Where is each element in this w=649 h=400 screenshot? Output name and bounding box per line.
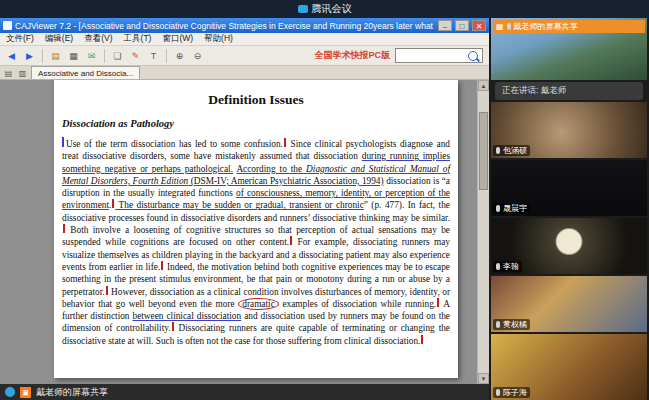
text-segment: .	[109, 200, 111, 210]
video-tile-presenter[interactable]: ▦ 戴老师的屏幕共享	[491, 18, 647, 80]
text-segment: examples of dissociation while running.	[279, 299, 436, 309]
share-status-label: 戴老师的屏幕共享	[36, 386, 108, 399]
mic-icon	[496, 321, 500, 328]
mic-icon	[496, 389, 500, 396]
participant-name: 李翰	[503, 261, 519, 272]
zoom-in-icon[interactable]: ⊕	[172, 49, 187, 63]
doc-section-title: Definition Issues	[62, 92, 450, 108]
underlined-text: According to the	[236, 164, 306, 174]
annotation-red-mark	[284, 138, 286, 147]
minimize-button[interactable]: –	[438, 20, 452, 31]
participant-name-badge: 李翰	[493, 261, 522, 272]
participant-name: 晟晨宇	[503, 203, 527, 214]
document-tabstrip: ▤ ▥ Associative and Dissocia...	[0, 66, 489, 80]
annotation-red-mark	[63, 224, 65, 233]
meeting-topbar: 腾讯会议	[0, 0, 649, 18]
video-tile[interactable]: 晟晨宇	[491, 160, 647, 216]
toolbar-separator	[42, 49, 43, 63]
participant-name: 陈子海	[503, 387, 527, 398]
mic-icon	[496, 263, 500, 270]
toolbar-search-input[interactable]	[396, 50, 468, 61]
mic-icon	[496, 205, 500, 212]
menu-window[interactable]: 窗口(W)	[162, 33, 193, 45]
document-viewport[interactable]: Definition Issues Dissociation as Pathol…	[0, 80, 489, 384]
video-tile[interactable]: 黄权橘	[491, 276, 647, 332]
participant-name-badge: 包涵硕	[493, 145, 530, 156]
window-title: CAJViewer 7.2 - [Associative and Dissoci…	[15, 21, 435, 31]
menu-view[interactable]: 查看(V)	[84, 33, 112, 45]
meeting-title: 腾讯会议	[312, 2, 352, 16]
search-icon[interactable]	[468, 51, 478, 61]
select-tool-icon[interactable]: ❏	[110, 49, 125, 63]
shared-screen-area: CAJViewer 7.2 - [Associative and Dissoci…	[0, 18, 489, 400]
cajviewer-window: CAJViewer 7.2 - [Associative and Dissoci…	[0, 18, 489, 384]
video-tile[interactable]: 李翰	[491, 218, 647, 274]
thumbnails-panel-icon[interactable]: ▤	[3, 68, 14, 79]
zoom-out-icon[interactable]: ⊖	[190, 49, 205, 63]
participant-name-badge: 黄权橘	[493, 319, 530, 330]
maximize-button[interactable]: □	[455, 20, 469, 31]
doc-body-paragraph: Use of the term dissociation has led to …	[62, 137, 450, 347]
video-tile[interactable]: 陈子海	[491, 334, 647, 400]
speaking-indicator: 正在讲话: 戴老师	[495, 82, 643, 100]
underlined-text: between clinical dissociation	[132, 311, 241, 321]
annotation-red-mark	[172, 322, 174, 331]
share-status-bar: ▣ 戴老师的屏幕共享	[0, 384, 489, 400]
underlined-text: The disturbance may be sudden or gradual…	[115, 200, 363, 210]
screen: 腾讯会议 CAJViewer 7.2 - [Associative and Di…	[0, 0, 649, 400]
share-badge-label: 戴老师的屏幕共享	[514, 21, 578, 32]
mic-icon	[507, 23, 511, 30]
menu-help[interactable]: 帮助(H)	[204, 33, 233, 45]
vertical-scrollbar[interactable]: ▲ ▼	[477, 80, 489, 384]
forward-icon[interactable]: ▶	[22, 49, 37, 63]
toolbar-separator	[166, 49, 167, 63]
document-tab[interactable]: Associative and Dissocia...	[31, 66, 140, 79]
annotation-blue-bar	[62, 137, 64, 147]
cajviewer-app-icon	[3, 21, 12, 30]
underlined-text: (DSM-IV; American Psychiatric Associatio…	[188, 176, 383, 186]
bookmarks-panel-icon[interactable]: ▥	[17, 68, 28, 79]
participant-name: 包涵硕	[503, 145, 527, 156]
speaking-label: 正在讲话: 戴老师	[502, 85, 566, 97]
open-icon[interactable]: ▤	[48, 49, 63, 63]
participant-name-badge: 陈子海	[493, 387, 530, 398]
annotation-red-mark	[106, 286, 108, 295]
annotation-red-mark	[437, 298, 439, 307]
annotation-red-mark	[421, 335, 423, 344]
participant-name-badge: 晟晨宇	[493, 203, 530, 214]
annotation-red-mark	[161, 261, 163, 270]
pdf-page: Definition Issues Dissociation as Pathol…	[54, 80, 458, 378]
meeting-camera-icon	[298, 5, 308, 13]
share-badge: ▦ 戴老师的屏幕共享	[493, 20, 645, 33]
text-tool-icon[interactable]: T	[146, 49, 161, 63]
menu-edit[interactable]: 编辑(E)	[45, 33, 73, 45]
scroll-up-icon[interactable]: ▲	[478, 80, 489, 91]
back-icon[interactable]: ◀	[4, 49, 19, 63]
toolbar-search-box	[395, 48, 483, 63]
video-tile[interactable]: 包涵硕	[491, 102, 647, 158]
participants-panel: ▦ 戴老师的屏幕共享 正在讲话: 戴老师 包涵硕 晟晨宇 李翰	[489, 18, 649, 400]
mic-icon	[496, 147, 500, 154]
scrollbar-thumb[interactable]	[479, 112, 488, 190]
close-button[interactable]: ✕	[472, 20, 486, 31]
screen-share-icon: ▣	[20, 387, 31, 398]
print-icon[interactable]: ▦	[66, 49, 81, 63]
menu-file[interactable]: 文件(F)	[6, 33, 34, 45]
text-segment: Use of the term dissociation has led to …	[66, 139, 283, 149]
mail-icon[interactable]: ✉	[84, 49, 99, 63]
annotation-red-mark	[290, 236, 292, 245]
window-titlebar[interactable]: CAJViewer 7.2 - [Associative and Dissoci…	[0, 18, 489, 33]
document-tab-label: Associative and Dissocia...	[38, 69, 133, 78]
scroll-down-icon[interactable]: ▼	[478, 373, 489, 384]
participant-name: 黄权橘	[503, 319, 527, 330]
annotation-red-circle: dramatic	[238, 298, 279, 310]
menubar: 文件(F) 编辑(E) 查看(V) 工具(T) 窗口(W) 帮助(H)	[0, 33, 489, 46]
share-grid-icon: ▦	[496, 22, 504, 31]
annotate-icon[interactable]: ✎	[128, 49, 143, 63]
doc-subsection-title: Dissociation as Pathology	[62, 118, 450, 129]
toolbar-separator	[104, 49, 105, 63]
xueshu-kuaibao-banner[interactable]: 全国学术快报PC版	[314, 49, 390, 62]
meeting-logo-icon	[5, 387, 15, 397]
menu-tools[interactable]: 工具(T)	[124, 33, 152, 45]
toolbar: ◀ ▶ ▤ ▦ ✉ ❏ ✎ T ⊕ ⊖ 全国学术快报PC版	[0, 46, 489, 66]
